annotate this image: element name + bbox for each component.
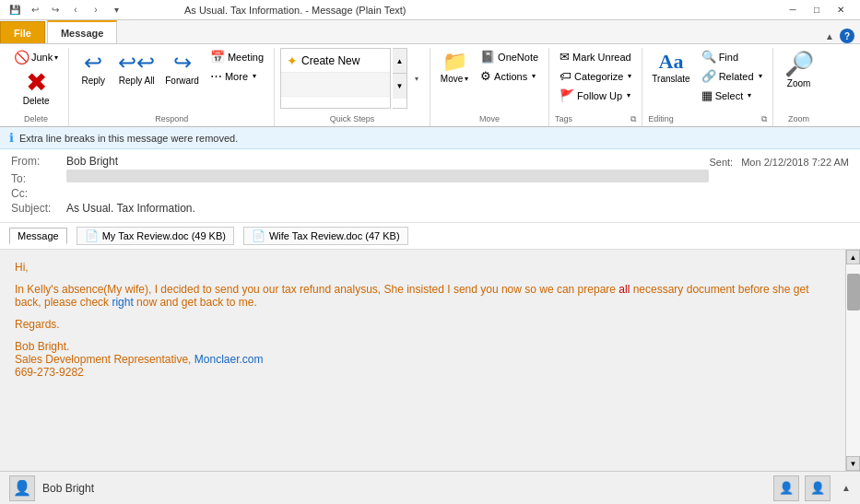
junk-label: Junk [31,52,53,63]
info-bar: ℹ Extra line breaks in this message were… [0,127,860,149]
select-button[interactable]: ▦ Select ▾ [697,87,767,104]
sender-contact-button[interactable]: 👤 [773,475,799,501]
quick-access-redo[interactable]: ↪ [48,3,63,18]
translate-button[interactable]: Aa Translate [648,48,693,86]
sender-search-button[interactable]: 👤 [805,475,831,501]
categorize-label: Categorize [574,71,623,82]
quick-access-undo[interactable]: ↩ [28,3,42,18]
body-paragraph: In Kelly's absence(My wife), I decided t… [15,283,831,309]
categorize-arrow: ▾ [628,72,631,80]
from-value: Bob Bright [66,155,709,168]
from-row: From: Bob Bright [11,155,709,168]
scroll-up-button[interactable]: ▲ [846,250,860,264]
create-new-button[interactable]: ✦ Create New [281,49,390,73]
junk-button[interactable]: 🚫 Junk ▾ [9,48,63,66]
categorize-button[interactable]: 🏷 Categorize ▾ [555,67,636,85]
junk-arrow: ▾ [54,53,58,62]
more-label: More [225,71,248,82]
respond-group-label: Respond [75,112,268,126]
zoom-group-label: Zoom [779,112,819,126]
to-row: To: [11,170,709,185]
ribbon: 🚫 Junk ▾ ✖ Delete Delete ↩ Reply ↩↩ Repl… [0,44,860,127]
meeting-button[interactable]: 📅 Meeting [206,48,268,65]
zoom-button[interactable]: 🔎 Zoom [779,48,819,90]
quick-access-next[interactable]: › [88,3,103,18]
subject-label: Subject: [11,202,66,215]
follow-up-button[interactable]: 🚩 Follow Up ▾ [555,87,635,104]
reply-all-button[interactable]: ↩↩ Reply All [114,48,159,88]
mark-unread-button[interactable]: ✉ Mark Unread [555,48,636,65]
related-button[interactable]: 🔗 Related ▾ [697,67,767,85]
tags-group-label: Tags [555,112,572,126]
find-button[interactable]: 🔍 Find [697,48,767,65]
maximize-button[interactable]: □ [805,0,829,20]
find-icon: 🔍 [701,50,716,64]
delete-icon: ✖ [26,70,47,96]
signature: Bob Bright. Sales Development Representa… [15,340,831,379]
delete-button[interactable]: ✖ Delete [9,68,63,108]
close-button[interactable]: ✕ [829,0,853,20]
collapse-ribbon-button[interactable]: ▲ [825,31,834,41]
translate-icon: Aa [659,50,684,74]
greeting: Hi, [15,261,831,274]
help-button[interactable]: ? [840,29,854,43]
info-message: Extra line breaks in this message were r… [19,133,238,144]
onenote-icon: 📓 [480,50,495,64]
tab-bar: File Message ▲ ? [0,20,860,44]
find-label: Find [719,52,738,63]
more-icon: ⋯ [210,69,222,83]
my-tax-label: My Tax Review.doc (49 KB) [102,230,226,241]
to-label: To: [11,172,66,185]
subject-value: As Usual. Tax Information. [66,202,709,215]
quick-access-prev[interactable]: ‹ [68,3,83,18]
minimize-button[interactable]: ─ [781,0,805,20]
editing-group-label: Editing [648,112,674,126]
scroll-down-button[interactable]: ▼ [846,456,860,471]
qs-scroll-down[interactable]: ▼ [393,74,406,99]
message-tab[interactable]: Message [9,228,67,244]
window-controls: ─ □ ✕ [781,0,853,20]
my-tax-attachment[interactable]: 📄 My Tax Review.doc (49 KB) [77,227,234,245]
quick-steps-expand[interactable]: ▾ [409,48,424,109]
quick-access-custom[interactable]: ▾ [109,3,124,18]
wife-tax-attachment[interactable]: 📄 Wife Tax Review.doc (47 KB) [243,227,408,245]
follow-up-label: Follow Up [577,90,622,101]
wife-tax-label: Wife Tax Review.doc (47 KB) [269,230,400,241]
qs-scroll-up[interactable]: ▲ [393,49,406,74]
avatar-icon: 👤 [13,479,31,497]
reply-button[interactable]: ↩ Reply [75,48,112,88]
select-arrow: ▾ [748,91,751,100]
scroll-track [846,264,860,456]
sender-avatar: 👤 [9,475,35,501]
subject-row: Subject: As Usual. Tax Information. [11,202,709,215]
body-text-3: now and get back to me. [134,296,257,309]
move-icon: 📁 [442,50,467,74]
forward-button[interactable]: ↪ Forward [161,48,203,88]
ribbon-group-respond: ↩ Reply ↩↩ Reply All ↪ Forward 📅 Meeting… [69,48,275,126]
related-label: Related [719,71,754,82]
ribbon-group-editing: Aa Translate 🔍 Find 🔗 Related ▾ ▦ Select… [642,48,772,126]
onenote-button[interactable]: 📓 OneNote [476,48,543,65]
tab-message[interactable]: Message [47,20,117,43]
to-value [66,170,709,182]
quick-access-save[interactable]: 💾 [7,3,22,18]
sig-company: Monclaer.com [194,353,264,366]
more-button[interactable]: ⋯ More ▾ [206,67,268,85]
actions-button[interactable]: ⚙ Actions ▾ [476,67,543,85]
select-label: Select [715,90,744,101]
doc-icon-2: 📄 [252,229,265,242]
create-new-label: Create New [301,54,359,67]
scroll-thumb[interactable] [847,274,860,311]
select-icon: ▦ [701,88,713,102]
editing-expand-icon[interactable]: ⧉ [761,114,767,124]
categorize-icon: 🏷 [560,69,571,83]
sender-name: Bob Bright [42,482,766,495]
delete-group-label: Delete [9,112,63,126]
move-button[interactable]: 📁 Move ▾ [436,48,473,86]
body-highlight-right: right [112,296,133,309]
footer-expand-arrow[interactable]: ▲ [842,483,851,493]
body-highlight-all: all [618,283,630,296]
tab-file[interactable]: File [0,21,45,43]
tags-expand-icon[interactable]: ⧉ [630,114,636,124]
zoom-label: Zoom [787,78,811,88]
